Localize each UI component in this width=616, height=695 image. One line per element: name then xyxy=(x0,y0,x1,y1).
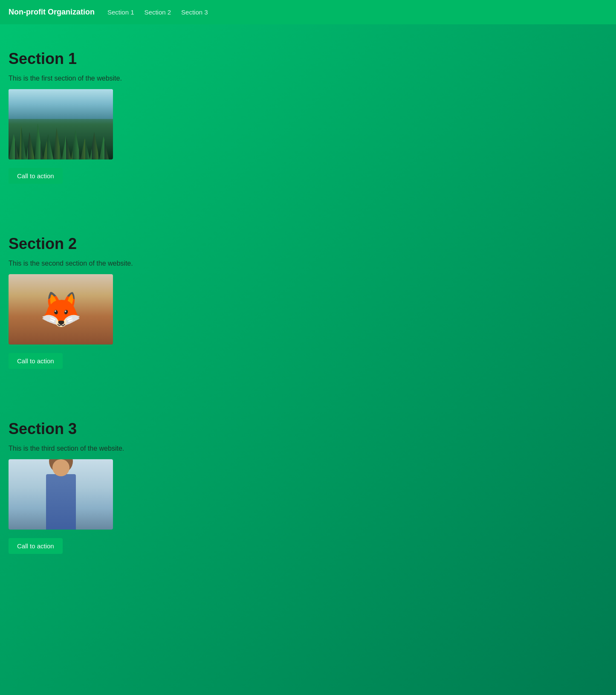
section-1-title: Section 1 xyxy=(9,50,607,68)
navbar: Non-profit Organization Section 1 Sectio… xyxy=(0,0,616,24)
nav-link-section1[interactable]: Section 1 xyxy=(107,9,134,16)
nav-link-section2[interactable]: Section 2 xyxy=(145,9,171,16)
section-3-image xyxy=(9,459,113,530)
section-1: Section 1 This is the first section of t… xyxy=(0,24,616,209)
section-3: Section 3 This is the third section of t… xyxy=(0,394,616,579)
nav-link-section3[interactable]: Section 3 xyxy=(181,9,208,16)
section-1-text: This is the first section of the website… xyxy=(9,75,607,82)
section-2-text: This is the second section of the websit… xyxy=(9,260,607,267)
section-3-text: This is the third section of the website… xyxy=(9,445,607,452)
nav-brand: Non-profit Organization xyxy=(9,8,95,17)
section-1-image xyxy=(9,89,113,159)
section-2-title: Section 2 xyxy=(9,235,607,253)
section-3-cta-button[interactable]: Call to action xyxy=(9,538,63,554)
nav-links: Section 1 Section 2 Section 3 xyxy=(107,9,208,16)
section-1-cta-button[interactable]: Call to action xyxy=(9,168,63,184)
section-2: Section 2 This is the second section of … xyxy=(0,209,616,394)
section-3-title: Section 3 xyxy=(9,420,607,438)
section-2-image xyxy=(9,274,113,345)
section-2-cta-button[interactable]: Call to action xyxy=(9,353,63,369)
